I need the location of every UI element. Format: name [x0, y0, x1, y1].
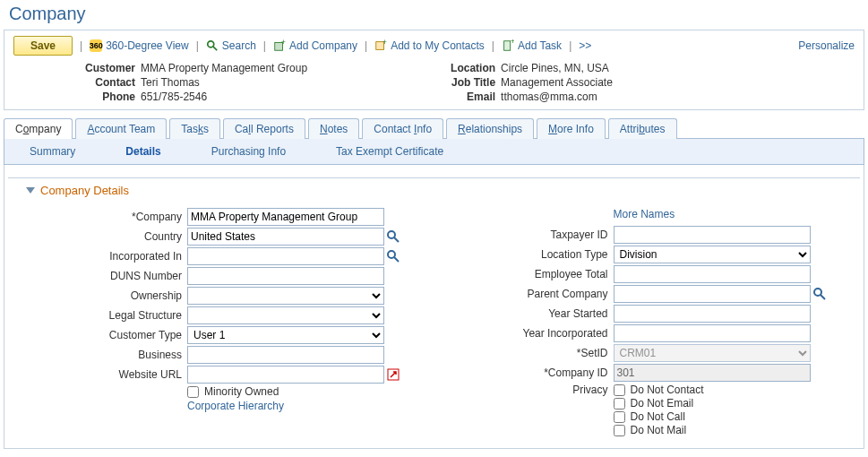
year-started-label: Year Started [434, 307, 614, 320]
separator: | [194, 39, 201, 52]
location-label: Location [451, 61, 501, 75]
svg-line-1 [213, 47, 217, 50]
svg-rect-6 [504, 41, 511, 51]
header-summary: CustomerMMA Property Management Group Co… [13, 61, 855, 104]
search-link[interactable]: Search [206, 39, 256, 52]
do-not-contact-checkbox[interactable] [614, 384, 625, 396]
section-title: Company Details [40, 184, 129, 197]
360-view-label: 360-Degree View [106, 39, 189, 52]
360-icon: 360 [90, 39, 102, 52]
add-contacts-label: Add to My Contacts [391, 39, 485, 52]
year-started-input[interactable] [614, 305, 811, 323]
business-label: Business [8, 349, 187, 361]
right-column: More Names Taxpayer ID Location Type Div… [434, 206, 861, 437]
personalize-link[interactable]: Personalize [798, 39, 855, 52]
do-not-email-checkbox[interactable] [614, 398, 625, 410]
add-task-link[interactable]: + Add Task [502, 39, 562, 52]
do-not-call-checkbox[interactable] [614, 411, 625, 423]
add-task-label: Add Task [518, 39, 562, 52]
add-company-icon: + [273, 39, 286, 52]
tab-company[interactable]: Company [4, 118, 73, 139]
do-not-mail-checkbox[interactable] [614, 425, 625, 436]
tab-call-reports[interactable]: Call Reports [223, 118, 305, 139]
country-input[interactable] [187, 228, 384, 246]
website-url-label: Website URL [8, 368, 187, 381]
phone-value: 651/785-2546 [141, 90, 307, 104]
customer-value: MMA Property Management Group [141, 61, 307, 75]
phone-label: Phone [85, 90, 141, 104]
search-icon [206, 39, 219, 52]
location-value: Circle Pines, MN, USA [501, 61, 613, 75]
separator: | [78, 39, 84, 52]
ownership-select[interactable] [187, 287, 384, 305]
svg-line-9 [394, 237, 399, 242]
subtab-details[interactable]: Details [100, 142, 185, 160]
legal-structure-select[interactable] [187, 306, 384, 324]
company-id-label: Company ID [434, 366, 614, 379]
add-contacts-link[interactable]: + Add to My Contacts [374, 39, 485, 52]
ownership-label: Ownership [8, 289, 187, 302]
parent-company-lookup-icon[interactable] [812, 287, 827, 301]
business-input[interactable] [187, 346, 384, 364]
setid-label: SetID [434, 347, 614, 359]
corporate-hierarchy-link[interactable]: Corporate Hierarchy [187, 400, 284, 412]
country-lookup-icon[interactable] [386, 229, 400, 244]
svg-point-13 [814, 289, 821, 296]
add-task-icon: + [502, 39, 514, 52]
separator: | [490, 39, 496, 52]
toolbar: Save | 360 360-Degree View | Search | + … [13, 36, 855, 56]
setid-select: CRM01 [614, 344, 811, 362]
360-view-link[interactable]: 360 360-Degree View [90, 39, 189, 52]
tab-contact-info[interactable]: Contact Info [362, 118, 443, 139]
company-field-label: Company [8, 211, 187, 223]
svg-line-14 [821, 295, 825, 299]
year-incorporated-input[interactable] [614, 324, 811, 342]
jobtitle-value: Management Associate [501, 75, 613, 90]
tab-tasks[interactable]: Tasks [169, 118, 220, 139]
svg-point-8 [388, 231, 395, 238]
incorporated-in-lookup-icon[interactable] [386, 249, 400, 263]
tab-attributes[interactable]: Attributes [608, 118, 677, 139]
add-contacts-icon: + [374, 39, 387, 52]
more-names-link[interactable]: More Names [614, 208, 675, 220]
parent-company-input[interactable] [614, 285, 811, 303]
collapse-icon [26, 187, 35, 194]
incorporated-in-input[interactable] [187, 247, 384, 265]
tab-notes[interactable]: Notes [308, 118, 359, 139]
section-header[interactable]: Company Details [8, 177, 860, 206]
do-not-call-label: Do Not Call [631, 410, 685, 423]
privacy-label: Privacy [434, 384, 614, 396]
save-button[interactable]: Save [13, 36, 73, 56]
subtab-purchasing[interactable]: Purchasing Info [186, 142, 311, 160]
location-type-select[interactable]: Division [614, 246, 811, 263]
separator: | [363, 39, 369, 52]
add-company-label: Add Company [289, 39, 357, 52]
svg-text:+: + [281, 39, 286, 47]
left-column: Company Country Incorporated In DUNS Num… [8, 206, 434, 437]
employee-total-label: Employee Total [434, 268, 614, 280]
add-company-link[interactable]: + Add Company [273, 39, 357, 52]
more-actions-link[interactable]: >> [579, 39, 591, 52]
svg-point-10 [388, 251, 395, 258]
toolbar-container: Save | 360 360-Degree View | Search | + … [4, 30, 864, 110]
subtab-tax[interactable]: Tax Exempt Certificate [311, 142, 468, 160]
duns-input[interactable] [187, 267, 384, 285]
company-input[interactable] [187, 208, 384, 226]
separator: | [262, 39, 268, 52]
tab-account-team[interactable]: Account Team [75, 118, 167, 139]
subtab-summary[interactable]: Summary [4, 142, 100, 160]
minority-owned-checkbox[interactable] [187, 386, 199, 398]
contact-value: Teri Thomas [141, 75, 307, 90]
taxpayer-id-input[interactable] [614, 226, 811, 244]
minority-owned-label: Minority Owned [204, 385, 279, 398]
tab-more-info[interactable]: More Info [537, 118, 606, 139]
website-url-input[interactable] [187, 366, 384, 384]
company-id-input [614, 364, 811, 382]
employee-total-input[interactable] [614, 265, 811, 283]
do-not-mail-label: Do Not Mail [631, 424, 687, 436]
year-incorporated-label: Year Incorporated [434, 327, 614, 340]
tab-relationships[interactable]: Relationships [446, 118, 534, 139]
search-label: Search [222, 39, 256, 52]
customer-type-select[interactable]: User 1 [187, 326, 384, 344]
url-go-icon[interactable] [386, 367, 400, 382]
